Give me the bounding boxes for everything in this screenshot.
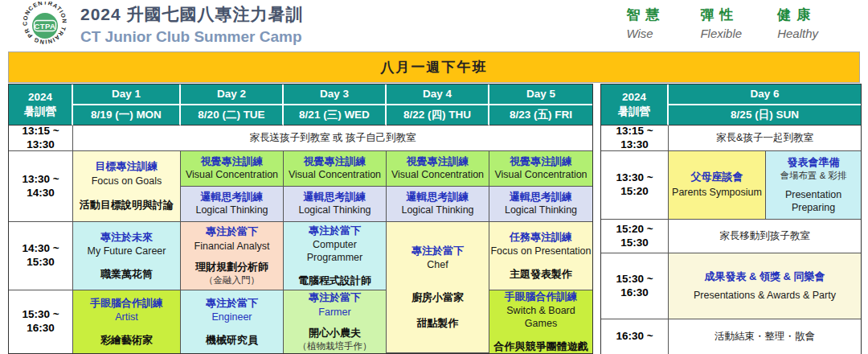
cell-day5-visual: 視覺專注訓練 Visual Concentration xyxy=(489,151,592,187)
activity-note: 主題發表製作 xyxy=(510,268,572,281)
page-header: CONCENTRATION TRAINING PROGRAM CTPA 2024… xyxy=(0,0,868,51)
cell-day5-switch-board-games: 手眼腦合作訓練 Switch & Board Games 合作與競爭團體遊戲 xyxy=(489,290,592,353)
cell-day3-logical: 邏輯思考訓練 Logical Thinking xyxy=(284,187,387,222)
activity-en-line2: Preparing xyxy=(792,202,835,215)
day4-date: 8/22 (四) THU xyxy=(387,105,489,126)
activity-zh: 視覺專注訓練 xyxy=(407,155,469,168)
activity-en: Logical Thinking xyxy=(195,204,268,217)
activity-note: 合作與競爭團體遊戲 xyxy=(494,340,588,353)
day3-date: 8/21 (三) WED xyxy=(284,105,387,126)
cell-day4-logical: 邏輯思考訓練 Logical Thinking xyxy=(387,187,489,222)
value-flexible: 彈性 Flexible xyxy=(700,6,742,40)
day5-date: 8/23 (五) FRI xyxy=(489,105,592,126)
activity-en: Financial Analyst xyxy=(194,241,270,253)
value-healthy: 健康 Healthy xyxy=(777,6,818,40)
cell-awards-party: 成果發表 & 領獎 & 同樂會 Presentations & Awards &… xyxy=(669,253,861,319)
value-zh: 彈性 xyxy=(700,6,739,24)
cell-day3-computer-programmer: 專注於當下 Computer Programmer 電腦程式設計師 xyxy=(284,222,387,290)
time-1330: 13:30 ~ 14:30 xyxy=(9,151,73,222)
activity-en: Logical Thinking xyxy=(505,204,577,217)
activity-en: Visual Concentration xyxy=(391,169,484,182)
activity-note: 電腦程式設計師 xyxy=(298,274,371,287)
camp-values: 智慧 Wise 彈性 Flexible 健康 Healthy xyxy=(626,6,818,40)
day5-header: Day 5 xyxy=(489,84,592,105)
day1-date: 8/19 (一) MON xyxy=(73,105,181,126)
time-1630: 16:30 ~ xyxy=(601,319,669,354)
activity-zh: 視覺專注訓練 xyxy=(201,155,264,168)
session-banner: 八月一週下午班 xyxy=(8,51,860,83)
cell-day1-future-career: 專注於未來 My Future Career 職業萬花筒 xyxy=(73,222,181,290)
day4-header: Day 4 xyxy=(387,84,489,105)
time-1530: 15:30 ~ 16:30 xyxy=(9,290,73,353)
activity-sub: （植物栽培手作） xyxy=(298,340,372,352)
day2-header: Day 2 xyxy=(181,84,284,105)
logo-abbr: CTPA xyxy=(35,22,56,31)
activity-zh: 專注於未來 xyxy=(100,231,153,244)
activity-en: Visual Concentration xyxy=(186,169,278,182)
activity-en: Focus on Presentation xyxy=(490,245,591,258)
activity-zh: 專注於當下 xyxy=(309,291,361,304)
activity-zh: 視覺專注訓練 xyxy=(304,155,366,168)
cell-day4-visual: 視覺專注訓練 Visual Concentration xyxy=(387,151,489,187)
page-subtitle: CT Junior Club Summer Camp xyxy=(80,28,304,46)
activity-en: Visual Concentration xyxy=(494,169,587,182)
cell-parents-symposium: 父母座談會 Parents Symposium xyxy=(669,151,766,220)
corner-year: 2024 xyxy=(622,90,646,105)
activity-en-line1: Presentation xyxy=(785,189,841,202)
activity-en: My Future Career xyxy=(88,245,166,258)
activity-en: Computer Programmer xyxy=(284,239,386,264)
activity-sub: 會場布置 & 彩排 xyxy=(780,170,846,181)
cell-day3-farmer: 專注於當下 Farmer 開心小農夫 （植物栽培手作） xyxy=(284,290,387,353)
weekday-schedule-table: 2024 暑訓營 Day 1 Day 2 Day 3 Day 4 Day 5 8… xyxy=(8,84,593,354)
cell-day3-visual: 視覺專注訓練 Visual Concentration xyxy=(284,151,387,187)
activity-zh: 專注於當下 xyxy=(411,245,464,257)
day2-date: 8/20 (二) TUE xyxy=(181,105,284,126)
arrival-cell: 家長送孩子到教室 或 孩子自己到教室 xyxy=(73,126,592,151)
activity-zh: 邏輯思考訓練 xyxy=(407,191,469,204)
value-zh: 智慧 xyxy=(626,6,665,24)
table-corner: 2024 暑訓營 xyxy=(9,84,73,126)
activity-note: 理財規劃分析師 xyxy=(195,261,268,274)
activity-note: 機械研究員 xyxy=(206,334,258,347)
activity-zh: 成果發表 & 領獎 & 同樂會 xyxy=(704,270,825,283)
activity-sub: （金融入門） xyxy=(204,274,260,286)
activity-en: Focus on Goals xyxy=(92,175,162,188)
activity-en: Parents Symposium xyxy=(672,187,762,200)
ctpa-logo-icon: CONCENTRATION TRAINING PROGRAM CTPA xyxy=(21,2,69,50)
activity-zh: 專注於當下 xyxy=(309,224,361,237)
time-1315: 13:15 ~ 13:30 xyxy=(9,126,73,151)
activity-note: 活動目標說明與討論 xyxy=(80,199,174,212)
day6-header: Day 6 xyxy=(669,84,861,105)
activity-en: Visual Concentration xyxy=(289,169,381,182)
cell-day4-chef: 專注於當下 Chef 廚房小當家 甜點製作 xyxy=(387,222,489,353)
cell-day2-logical: 邏輯思考訓練 Logical Thinking xyxy=(181,187,284,222)
activity-en: Chef xyxy=(427,259,448,272)
activity-zh: 發表會準備 xyxy=(788,156,840,169)
day3-header: Day 3 xyxy=(284,84,387,105)
activity-en: Farmer xyxy=(318,307,350,319)
activity-en: Engineer xyxy=(211,311,252,324)
cell-day1-goals: 目標專注訓練 Focus on Goals 活動目標說明與討論 xyxy=(73,151,181,222)
day6-date: 8/25 (日) SUN xyxy=(669,105,861,126)
day1-header: Day 1 xyxy=(73,84,181,105)
page-title: 2024 升國七國八專注力暑訓 xyxy=(80,3,304,26)
activity-zh: 手眼腦合作訓練 xyxy=(505,290,578,303)
activity-zh: 邏輯思考訓練 xyxy=(201,191,264,204)
cell-day5-focus-presentation: 任務專注訓練 Focus on Presentation 主題發表製作 xyxy=(489,222,592,290)
activity-note: 開心小農夫 xyxy=(309,327,361,340)
cell-day2-visual: 視覺專注訓練 Visual Concentration xyxy=(181,151,284,187)
time-1330: 13:30 ~ 15:20 xyxy=(601,151,669,220)
sunday-schedule-table: 2024 暑訓營 Day 6 8/25 (日) SUN 13:15 ~ 13:3… xyxy=(600,84,862,354)
activity-zh: 任務專注訓練 xyxy=(510,231,572,244)
activity-zh: 目標專注訓練 xyxy=(96,160,158,173)
cell-day2-financial-analyst: 專注於當下 Financial Analyst 理財規劃分析師 （金融入門） xyxy=(181,222,284,290)
time-1430: 14:30 ~ 15:30 xyxy=(9,222,73,290)
table-corner: 2024 暑訓營 xyxy=(601,84,669,126)
corner-label: 暑訓營 xyxy=(24,105,57,119)
activity-en: Presentations & Awards & Party xyxy=(694,290,836,303)
activity-note: 廚房小當家 xyxy=(411,291,464,304)
cell-day1-artist: 手眼腦合作訓練 Artist 彩繪藝術家 xyxy=(73,290,181,353)
arrive-together-cell: 家長&孩子一起到教室 xyxy=(669,126,861,151)
value-zh: 健康 xyxy=(777,6,816,24)
corner-label: 暑訓營 xyxy=(618,105,651,119)
